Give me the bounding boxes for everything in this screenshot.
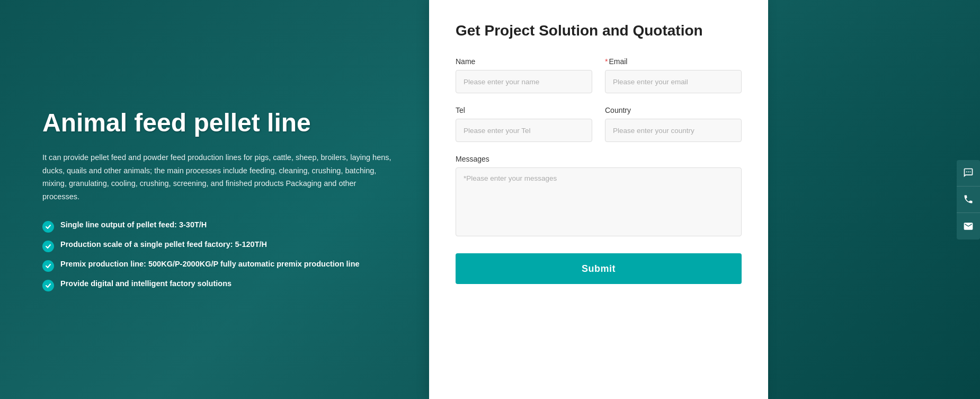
form-row-tel-country: Tel Country (456, 106, 742, 142)
messages-textarea[interactable] (456, 167, 742, 236)
form-row-name-email: Name *Email (456, 57, 742, 93)
tel-label: Tel (456, 106, 592, 114)
email-icon (963, 221, 974, 232)
messages-label: Messages (456, 155, 742, 163)
chat-button[interactable] (957, 160, 980, 187)
phone-icon (963, 194, 974, 205)
form-group-country: Country (605, 106, 742, 142)
form-title: Get Project Solution and Quotation (456, 21, 742, 40)
form-group-email: *Email (605, 57, 742, 93)
form-group-messages: Messages (456, 155, 742, 238)
check-icon-2 (42, 241, 54, 252)
email-button[interactable] (957, 213, 980, 240)
name-input[interactable] (456, 70, 592, 93)
hero-title: Animal feed pellet line (42, 108, 397, 138)
name-label: Name (456, 57, 592, 66)
country-input[interactable] (605, 119, 742, 142)
chat-icon (963, 167, 974, 178)
check-icon-1 (42, 221, 54, 233)
feature-list: Single line output of pellet feed: 3-30T… (42, 220, 397, 291)
form-group-name: Name (456, 57, 592, 93)
list-item: Single line output of pellet feed: 3-30T… (42, 220, 397, 233)
content-wrapper: Animal feed pellet line It can provide p… (0, 0, 980, 399)
email-label: *Email (605, 57, 742, 66)
check-icon-4 (42, 280, 54, 291)
list-item: Premix production line: 500KG/P-2000KG/P… (42, 260, 397, 272)
hero-section: Animal feed pellet line It can provide p… (0, 0, 429, 399)
email-input[interactable] (605, 70, 742, 93)
submit-button[interactable]: Submit (456, 253, 742, 284)
floating-sidebar (957, 160, 980, 240)
list-item: Provide digital and intelligent factory … (42, 279, 397, 291)
tel-input[interactable] (456, 119, 592, 142)
hero-description: It can provide pellet feed and powder fe… (42, 151, 392, 203)
check-icon-3 (42, 260, 54, 272)
list-item: Production scale of a single pellet feed… (42, 240, 397, 252)
phone-button[interactable] (957, 187, 980, 213)
form-group-tel: Tel (456, 106, 592, 142)
form-panel: Get Project Solution and Quotation Name … (429, 0, 768, 399)
country-label: Country (605, 106, 742, 114)
email-required-star: * (605, 57, 608, 66)
contact-form: Name *Email Tel Country (456, 57, 742, 284)
